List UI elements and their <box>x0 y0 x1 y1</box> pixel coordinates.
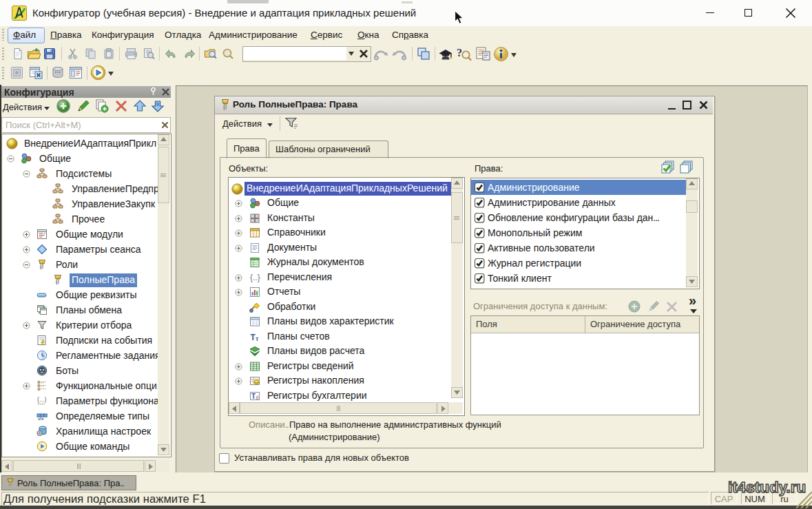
svg-text:Т: Т <box>251 393 256 400</box>
svg-text:б: б <box>256 395 259 399</box>
svg-text:?: ? <box>457 47 462 59</box>
svg-text:абв: абв <box>38 417 44 421</box>
svg-text:(...): (...) <box>37 396 47 403</box>
svg-text:т: т <box>256 335 259 342</box>
svg-text:{..}: {..} <box>250 273 260 282</box>
